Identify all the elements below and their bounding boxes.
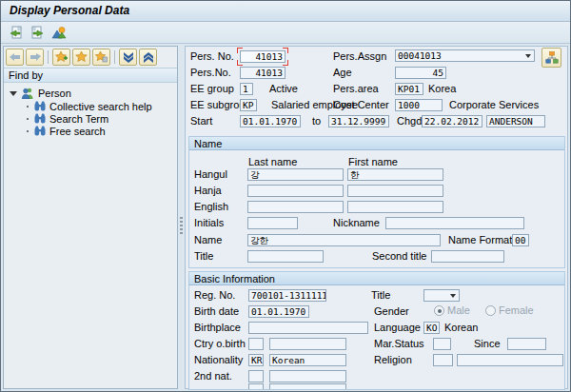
cost-center-field[interactable]: 1000 xyxy=(395,99,443,111)
previous-record-icon[interactable] xyxy=(8,25,23,40)
religion-text-field[interactable] xyxy=(457,354,563,366)
nationality-field[interactable]: KR xyxy=(248,354,264,366)
pers-no-input[interactable] xyxy=(240,50,286,63)
gender-male-radio[interactable]: Male xyxy=(434,304,470,317)
pers-no2-field[interactable]: 41013 xyxy=(240,67,286,79)
english-last-field[interactable] xyxy=(247,201,344,213)
birthplace-field[interactable] xyxy=(248,322,368,334)
pers-no-field-focus xyxy=(237,48,288,66)
end-date-field[interactable]: 31.12.9999 xyxy=(328,115,389,127)
hangul-first-field[interactable]: 한 xyxy=(347,168,443,181)
ctry-birth-field[interactable] xyxy=(248,338,264,350)
hanja-first-field[interactable] xyxy=(347,185,443,197)
add-favorite-button[interactable] xyxy=(52,49,70,66)
english-first-field[interactable] xyxy=(347,201,443,213)
second-nat-text-field[interactable] xyxy=(269,370,346,382)
name-format-field[interactable]: 00 xyxy=(512,234,529,246)
page-title: Display Personal Data xyxy=(10,4,129,17)
name-field[interactable]: 강한 xyxy=(247,234,441,246)
find-by-header: Find by xyxy=(4,68,177,83)
second-title-field[interactable] xyxy=(431,250,504,263)
language-field[interactable]: KO xyxy=(423,322,440,334)
second-nat-label: 2nd nat. xyxy=(194,370,232,382)
collapse-node-icon[interactable] xyxy=(10,91,17,96)
ctry-birth-text-field[interactable] xyxy=(269,338,346,350)
chgd-date-field[interactable]: 22.02.2012 xyxy=(422,115,482,127)
initials-label: Initials xyxy=(194,217,224,229)
title-dropdown[interactable] xyxy=(423,289,460,302)
forward-icon xyxy=(30,52,41,62)
extra-nat-text-field[interactable] xyxy=(269,383,346,390)
panel-splitter[interactable] xyxy=(178,46,185,389)
back-button[interactable] xyxy=(6,49,24,66)
org-structure-button[interactable] xyxy=(541,48,561,68)
title-field[interactable] xyxy=(247,250,324,263)
collapse-all-button[interactable] xyxy=(119,49,137,66)
hangul-label: Hangul xyxy=(194,168,227,181)
binoculars-icon xyxy=(34,113,46,124)
tree-item-collective-search-help[interactable]: Collective search help xyxy=(4,100,177,112)
window-titlebar: Display Personal Data xyxy=(1,1,570,22)
nickname-field[interactable] xyxy=(385,217,524,229)
title-label: Title xyxy=(194,250,213,263)
person-icon xyxy=(21,88,34,99)
cost-center-label: Cost Center xyxy=(333,99,389,111)
pers-no2-label: Pers.No. xyxy=(190,67,231,79)
pers-assgn-dropdown[interactable]: 00041013 xyxy=(395,49,535,62)
tree-item-label: Collective search help xyxy=(49,101,152,112)
back-icon xyxy=(10,52,21,62)
initials-field[interactable] xyxy=(247,217,298,229)
second-nat-field[interactable] xyxy=(248,370,264,382)
ee-subgroup-field[interactable]: KP xyxy=(240,99,257,111)
gender-female-radio[interactable]: Female xyxy=(485,304,534,317)
name-groupbox: Name Last name First name Hangul 강 한 Han… xyxy=(188,136,565,268)
expand-all-icon xyxy=(143,52,154,63)
first-name-column-header: First name xyxy=(348,156,398,168)
hanja-last-field[interactable] xyxy=(247,185,344,197)
start-date-field[interactable]: 01.01.1970 xyxy=(240,115,301,127)
expand-all-button[interactable] xyxy=(139,49,157,66)
chgd-by-field[interactable]: ANDERSON xyxy=(486,115,545,127)
radio-icon xyxy=(485,305,496,316)
search-panel-toolbar xyxy=(4,47,177,68)
tree-item-search-term[interactable]: Search Term xyxy=(4,112,177,125)
delete-favorite-icon xyxy=(95,51,108,63)
tree-node-person[interactable]: Person xyxy=(4,87,177,100)
birth-date-field[interactable]: 01.01.1970 xyxy=(248,305,309,318)
favorites-button[interactable] xyxy=(72,49,90,66)
pers-assgn-label: Pers.Assgn xyxy=(333,50,386,63)
religion-field[interactable] xyxy=(433,354,453,366)
extra-nat-field[interactable] xyxy=(248,383,264,390)
mar-status-label: Mar.Status xyxy=(374,338,424,350)
hangul-last-field[interactable]: 강 xyxy=(247,168,344,181)
birthplace-label: Birthplace xyxy=(194,322,241,334)
since-label: Since xyxy=(474,338,501,350)
overview-photo-icon[interactable] xyxy=(51,25,67,40)
reg-no-field[interactable]: 700101-1311111 xyxy=(248,289,326,302)
next-record-icon[interactable] xyxy=(30,25,45,40)
name-format-label: Name Format xyxy=(448,234,512,246)
org-chart-icon xyxy=(545,51,559,64)
basic-info-group-header: Basic Information xyxy=(189,272,564,285)
last-name-column-header: Last name xyxy=(248,156,297,168)
nationality-text-field[interactable]: Korean xyxy=(269,354,346,366)
app-toolbar xyxy=(1,22,570,44)
bullet-icon xyxy=(27,118,29,120)
forward-button[interactable] xyxy=(26,49,44,66)
ee-group-field[interactable]: 1 xyxy=(240,83,253,95)
ee-group-text: Active xyxy=(269,83,298,95)
ctry-birth-label: Ctry o.birth xyxy=(194,338,246,350)
tree-item-free-search[interactable]: Free search xyxy=(4,125,177,137)
delete-favorite-button[interactable] xyxy=(92,49,110,66)
add-favorite-icon xyxy=(55,51,68,63)
bullet-icon xyxy=(27,130,29,132)
mar-status-field[interactable] xyxy=(433,338,451,350)
since-field[interactable] xyxy=(507,338,546,350)
splitter-grip-icon[interactable] xyxy=(180,217,183,234)
nickname-label: Nickname xyxy=(333,217,380,229)
toolbar-separator xyxy=(48,50,49,64)
pers-area-field[interactable]: KP01 xyxy=(395,83,423,95)
age-field[interactable]: 45 xyxy=(395,67,446,79)
tree-item-label: Free search xyxy=(49,126,106,137)
sap-window: Display Personal Data xyxy=(0,0,571,392)
